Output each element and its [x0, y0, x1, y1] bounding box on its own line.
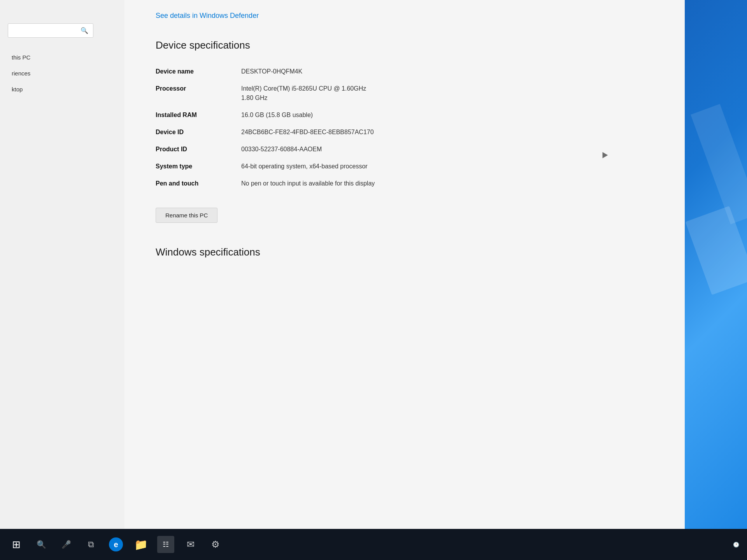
spec-row: Device nameDESKTOP-0HQFM4K	[156, 63, 654, 80]
spec-value: 00330-52237-60884-AAOEM	[241, 141, 654, 158]
device-specs-table: Device nameDESKTOP-0HQFM4KProcessorIntel…	[156, 63, 654, 192]
device-specs-title: Device specifications	[156, 39, 654, 51]
spec-value: Intel(R) Core(TM) i5-8265U CPU @ 1.60GHz…	[241, 80, 654, 107]
spec-row: System type64-bit operating system, x64-…	[156, 158, 654, 175]
taskbar-right-area: 🕐	[733, 542, 739, 548]
spec-row: Pen and touchNo pen or touch input is av…	[156, 175, 654, 192]
search-icon: 🔍	[81, 27, 88, 34]
store-button[interactable]: ☷	[157, 536, 174, 553]
file-explorer-button[interactable]: 📁	[132, 536, 149, 553]
search-button[interactable]: 🔍	[33, 536, 50, 553]
edge-icon: e	[109, 537, 123, 551]
spec-label: Pen and touch	[156, 175, 241, 192]
spec-row: ProcessorIntel(R) Core(TM) i5-8265U CPU …	[156, 80, 654, 107]
right-desktop-panel	[685, 0, 747, 529]
windows-specs-title: Windows specifications	[156, 246, 654, 258]
spec-label: Installed RAM	[156, 107, 241, 124]
rename-pc-button[interactable]: Rename this PC	[156, 208, 217, 223]
sidebar-item-desktop[interactable]: ktop	[0, 81, 124, 97]
search-input[interactable]	[13, 28, 81, 34]
spec-row: Device ID24BCB6BC-FE82-4FBD-8EEC-8EBB857…	[156, 124, 654, 141]
spec-label: Device ID	[156, 124, 241, 141]
spec-row: Installed RAM16.0 GB (15.8 GB usable)	[156, 107, 654, 124]
spec-value: No pen or touch input is available for t…	[241, 175, 654, 192]
spec-value: 16.0 GB (15.8 GB usable)	[241, 107, 654, 124]
sidebar-navigation: this PC riences ktop	[0, 49, 124, 97]
sidebar-item-this-pc[interactable]: this PC	[0, 49, 124, 65]
sidebar: 🔍 this PC riences ktop	[0, 0, 124, 529]
spec-value: 64-bit operating system, x64-based proce…	[241, 158, 654, 175]
spec-label: Device name	[156, 63, 241, 80]
search-bar[interactable]: 🔍	[8, 23, 93, 38]
spec-label: Product ID	[156, 141, 241, 158]
spec-value: 24BCB6BC-FE82-4FBD-8EEC-8EBB857AC170	[241, 124, 654, 141]
task-view-button[interactable]: ⧉	[82, 536, 100, 553]
search-taskbar-icon: 🔍	[37, 540, 46, 549]
defender-link[interactable]: See details in Windows Defender	[156, 12, 654, 20]
spec-label: System type	[156, 158, 241, 175]
edge-button[interactable]: e	[107, 536, 124, 553]
store-icon: ☷	[163, 540, 169, 549]
cortana-button[interactable]: 🎤	[58, 536, 75, 553]
start-button[interactable]: ⊞	[8, 536, 25, 553]
settings-button[interactable]: ⚙	[207, 536, 224, 553]
spec-value: DESKTOP-0HQFM4K	[241, 63, 654, 80]
taskbar: ⊞ 🔍 🎤 ⧉ e 📁 ☷ ✉ ⚙ 🕐	[0, 529, 747, 560]
spec-label: Processor	[156, 80, 241, 107]
spec-row: Product ID00330-52237-60884-AAOEM	[156, 141, 654, 158]
main-content: See details in Windows Defender Device s…	[124, 0, 685, 529]
taskbar-clock: 🕐	[733, 542, 739, 548]
sidebar-item-experiences[interactable]: riences	[0, 65, 124, 81]
mail-button[interactable]: ✉	[182, 536, 199, 553]
